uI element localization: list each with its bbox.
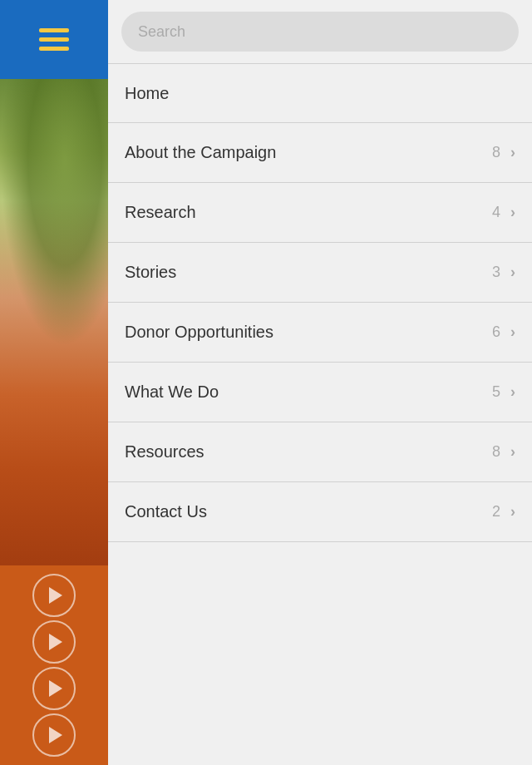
play-button-2[interactable] bbox=[32, 620, 76, 664]
search-input[interactable] bbox=[121, 12, 519, 52]
chevron-right-icon: › bbox=[510, 204, 515, 221]
hamburger-line-1 bbox=[39, 28, 69, 32]
nav-item-count: 8 bbox=[492, 443, 500, 461]
nav-item-what-we-do[interactable]: What We Do5› bbox=[108, 363, 532, 422]
hamburger-menu-button[interactable] bbox=[39, 28, 69, 51]
nav-item-count: 6 bbox=[492, 323, 500, 341]
sidebar-play-buttons bbox=[0, 565, 108, 765]
nav-item-label: Home bbox=[125, 84, 169, 103]
nav-item-label: About the Campaign bbox=[125, 143, 276, 162]
nav-item-count: 4 bbox=[492, 204, 500, 221]
nav-item-label: Contact Us bbox=[125, 502, 207, 521]
chevron-right-icon: › bbox=[510, 503, 515, 521]
chevron-right-icon: › bbox=[510, 443, 515, 461]
nav-item-home[interactable]: Home bbox=[108, 63, 532, 123]
nav-item-research[interactable]: Research4› bbox=[108, 183, 532, 243]
nav-list: HomeAbout the Campaign8›Research4›Storie… bbox=[108, 63, 532, 765]
chevron-right-icon: › bbox=[510, 383, 515, 401]
nav-item-label: What We Do bbox=[125, 382, 219, 402]
sidebar bbox=[0, 0, 108, 765]
chevron-right-icon: › bbox=[510, 323, 515, 341]
nav-item-count: 5 bbox=[492, 383, 500, 401]
nav-item-count: 3 bbox=[492, 264, 500, 281]
nav-item-resources[interactable]: Resources8› bbox=[108, 422, 532, 482]
hamburger-line-2 bbox=[39, 37, 69, 42]
nav-item-count: 2 bbox=[492, 503, 500, 521]
nav-item-count: 8 bbox=[492, 144, 500, 161]
nav-item-label: Resources bbox=[125, 442, 204, 461]
hamburger-line-3 bbox=[39, 47, 69, 51]
nav-item-about-the-campaign[interactable]: About the Campaign8› bbox=[108, 123, 532, 183]
nav-item-stories[interactable]: Stories3› bbox=[108, 243, 532, 303]
sidebar-background-image bbox=[0, 79, 108, 565]
search-bar-container bbox=[108, 0, 532, 63]
nav-item-contact-us[interactable]: Contact Us2› bbox=[108, 482, 532, 542]
play-button-4[interactable] bbox=[32, 713, 76, 757]
nav-item-donor-opportunities[interactable]: Donor Opportunities6› bbox=[108, 303, 532, 363]
nav-item-label: Donor Opportunities bbox=[125, 323, 273, 342]
play-button-1[interactable] bbox=[32, 574, 76, 617]
sidebar-header bbox=[0, 0, 108, 79]
nav-item-label: Stories bbox=[125, 263, 176, 282]
chevron-right-icon: › bbox=[510, 264, 515, 281]
chevron-right-icon: › bbox=[510, 144, 515, 161]
play-button-3[interactable] bbox=[32, 667, 76, 710]
nav-item-label: Research bbox=[125, 203, 196, 222]
main-panel: HomeAbout the Campaign8›Research4›Storie… bbox=[108, 0, 532, 765]
